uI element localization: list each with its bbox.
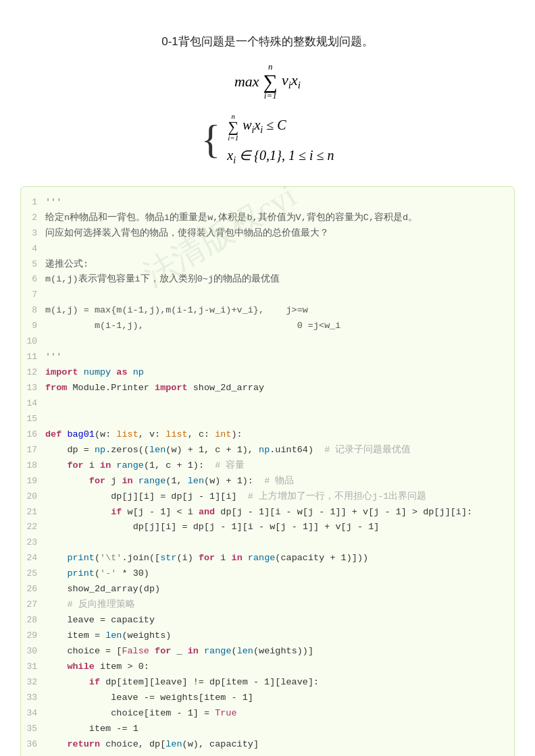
max-formula: max n ∑ i=1 vixi (54, 61, 481, 101)
code-line-34: 34 choice[item - 1] = True (21, 706, 514, 722)
code-line-29: 29 item = len(weights) (21, 628, 514, 644)
code-wrapper: 法清版权cyi 1 ''' 2 给定n种物品和一背包。物品i的重量是w,体积是b… (0, 186, 535, 756)
code-line-11: 11 ''' (21, 350, 514, 365)
code-line-7: 7 (21, 288, 514, 303)
code-line-6: 6 m(i,j)表示背包容量i下，放入类别0~j的物品的最优值 (21, 272, 514, 288)
code-line-19: 19 for j in range(1, len(w) + 1): # 物品 (21, 474, 514, 489)
code-line-32: 32 if dp[item][leave] != dp[item - 1][le… (21, 675, 514, 691)
code-line-16: 16 def bag01(w: list, v: list, c: int): (21, 427, 514, 443)
code-line-20: 20 dp[j][i] = dp[j - 1][i] # 上方增加了一行，不用担… (21, 489, 514, 505)
code-line-25: 25 print('-' * 30) (21, 566, 514, 582)
math-section: 0-1背包问题是一个特殊的整数规划问题。 max n ∑ i=1 vixi { … (0, 20, 535, 186)
code-line-31: 31 while item > 0: (21, 659, 514, 675)
constraint-box: { n ∑ i=1 wixi ≤ C xi ∈ {0,1}, 1 ≤ i ≤ n (54, 112, 481, 166)
code-line-27: 27 # 反向推理策略 (21, 597, 514, 613)
code-line-12: 12 import numpy as np (21, 365, 514, 381)
code-line-21: 21 if w[j - 1] < i and dp[j - 1][i - w[j… (21, 505, 514, 520)
code-line-15: 15 (21, 412, 514, 427)
code-line-4: 4 (21, 242, 514, 257)
code-line-33: 33 leave -= weights[item - 1] (21, 691, 514, 706)
code-line-9: 9 m(i-1,j), 0 =j<w_i (21, 319, 514, 334)
code-line-3: 3 问应如何选择装入背包的物品，使得装入背包中物品的总价值最大？ (21, 226, 514, 242)
code-block: 1 ''' 2 给定n种物品和一背包。物品i的重量是w,体积是b,其价值为V,背… (20, 186, 515, 756)
page-title: 0-1背包问题是一个特殊的整数规划问题。 (54, 34, 481, 49)
code-line-17: 17 dp = np.zeros((len(w) + 1, c + 1), np… (21, 443, 514, 458)
code-line-5: 5 递推公式: (21, 257, 514, 273)
code-line-23: 23 (21, 535, 514, 551)
code-line-2: 2 给定n种物品和一背包。物品i的重量是w,体积是b,其价值为V,背包的容量为C… (21, 211, 514, 226)
code-line-14: 14 (21, 396, 514, 412)
code-line-36: 36 return choice, dp[len(w), capacity] (21, 737, 514, 753)
code-line-13: 13 from Module.Printer import show_2d_ar… (21, 381, 514, 396)
code-line-8: 8 m(i,j) = max{m(i-1,j),m(i-1,j-w_i)+v_i… (21, 303, 514, 319)
code-line-30: 30 choice = [False for _ in range(len(we… (21, 644, 514, 659)
code-line-1: 1 ''' (21, 195, 514, 211)
code-line-26: 26 show_2d_array(dp) (21, 582, 514, 597)
code-line-24: 24 print('\t'.join([str(i) for i in rang… (21, 551, 514, 566)
code-line-22: 22 dp[j][i] = dp[j - 1][i - w[j - 1]] + … (21, 520, 514, 535)
code-line-28: 28 leave = capacity (21, 613, 514, 628)
code-line-10: 10 (21, 334, 514, 350)
code-line-35: 35 item -= 1 (21, 722, 514, 737)
code-line-18: 18 for i in range(1, c + 1): # 容量 (21, 458, 514, 474)
